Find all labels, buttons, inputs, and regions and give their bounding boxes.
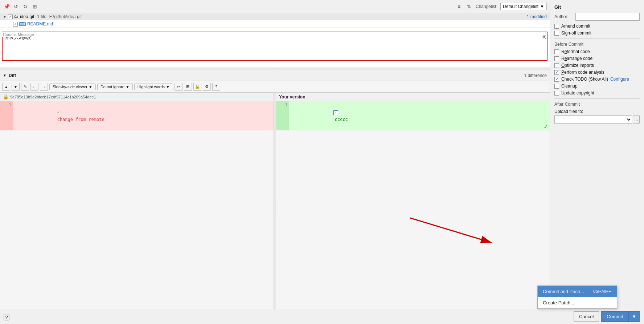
diff-count: 1 difference xyxy=(524,73,547,78)
prev-diff-btn[interactable]: ▲ xyxy=(2,83,10,91)
right-panel-label: Your version xyxy=(279,94,305,100)
left-panel: 📌 ↺ ↻ ⊞ ≡ ⇅ Changelist: Default Changeli… xyxy=(0,0,550,324)
toolbar: 📌 ↺ ↻ ⊞ ≡ ⇅ Changelist: Default Changeli… xyxy=(0,0,550,13)
collapse-unchanged-btn[interactable]: ⊞ xyxy=(184,83,192,91)
git-optimize-row: Optimize imports xyxy=(554,63,640,68)
commit-message-text[interactable]: 开发人2修改 xyxy=(5,34,545,41)
ignore-whitespace-btn[interactable]: Do not ignore ▼ xyxy=(97,84,133,90)
file-tree-file-row[interactable]: md README.md xyxy=(0,20,550,28)
git-perform-row: Perform code analysis xyxy=(554,70,640,75)
undo-icon[interactable]: ↺ xyxy=(12,3,20,10)
git-author-input[interactable] xyxy=(575,13,640,21)
git-perform-label[interactable]: Perform code analysis xyxy=(561,70,604,75)
diff-panel-right: Your version 1 ccccc ✓ xyxy=(276,93,550,324)
dropdown-item-create-patch[interactable]: Create Patch... xyxy=(538,297,617,308)
git-upload-select-row: ... xyxy=(554,116,640,123)
commit-message-box[interactable]: 开发人2修改 xyxy=(2,32,547,61)
side-by-side-chevron: ▼ xyxy=(89,85,93,89)
back-btn[interactable]: ← xyxy=(30,83,38,91)
git-amend-checkbox[interactable] xyxy=(554,24,559,29)
git-cleanup-checkbox[interactable] xyxy=(554,84,559,89)
git-perform-checkbox[interactable] xyxy=(554,70,559,75)
side-by-side-label: Side-by-side viewer xyxy=(53,85,87,89)
dropdown-item-create-patch-label: Create Patch... xyxy=(543,300,574,305)
lock-btn[interactable]: 🔒 xyxy=(193,83,201,91)
dropdown-item-commit-push[interactable]: Commit and Push... Ctrl+Alt+↵ xyxy=(538,286,617,297)
dropdown-item-commit-push-label: Commit and Push... xyxy=(543,289,584,294)
commit-button[interactable]: Commit xyxy=(601,311,628,322)
git-author-label: Author: xyxy=(554,14,573,19)
git-checktodo-label[interactable]: Check TODO (Show All) xyxy=(561,77,608,82)
pin-icon[interactable]: 📌 xyxy=(3,3,10,10)
git-reformat-label[interactable]: Reformat code xyxy=(561,49,590,54)
settings-btn[interactable]: ⚙ xyxy=(203,83,211,91)
check-icon-left: ✓ xyxy=(57,110,60,115)
grid-icon[interactable]: ⊞ xyxy=(31,3,38,10)
git-amend-label[interactable]: Amend commit xyxy=(561,24,590,29)
toolbar-right: ≡ ⇅ Changelist: Default Changelist ▼ xyxy=(455,3,547,10)
forward-btn[interactable]: → xyxy=(40,83,48,91)
file-tree: ▼ 🗂 idea-git 1 file F:\github\idea-git 1… xyxy=(0,13,550,28)
git-rearrange-checkbox[interactable] xyxy=(554,56,559,61)
git-optimize-label[interactable]: Optimize imports xyxy=(561,63,594,68)
next-diff-btn[interactable]: ▼ xyxy=(12,83,20,91)
repo-path: F:\github\idea-git xyxy=(49,14,82,19)
git-amend-row: Amend commit xyxy=(554,24,640,29)
lock-icon: 🔒 xyxy=(3,94,9,100)
git-signoff-label[interactable]: Sign-off commit xyxy=(561,31,591,36)
git-reformat-checkbox[interactable] xyxy=(554,49,559,54)
git-updatecopyright-label[interactable]: Update copyright xyxy=(561,90,594,96)
right-line-text: ccccc xyxy=(335,117,348,122)
changelist-value: Default Changelist xyxy=(503,4,538,9)
cancel-button[interactable]: Cancel xyxy=(574,311,599,322)
diff-header[interactable]: ▼ Diff 1 difference xyxy=(0,70,550,81)
git-rearrange-label[interactable]: Rearrange code xyxy=(561,56,592,61)
file-checkbox[interactable] xyxy=(13,22,18,27)
highlight-words-label: Highlight words xyxy=(138,85,165,89)
git-author-field: Author: xyxy=(554,13,640,21)
ignore-whitespace-chevron: ▼ xyxy=(126,85,130,89)
collapse-icon[interactable]: ⇅ xyxy=(465,3,473,10)
git-separator-1 xyxy=(554,39,640,39)
highlight-words-chevron: ▼ xyxy=(166,85,170,89)
diff-panel-left: 🔒 9e785e10b9e2bfccb17edf57114c1b269a54de… xyxy=(0,93,274,324)
diff-toolbar: ▲ ▼ ✎ ← → Side-by-side viewer ▼ Do not i… xyxy=(0,81,550,93)
commit-message-label: Commit Message xyxy=(2,32,35,37)
side-by-side-btn[interactable]: Side-by-side viewer ▼ xyxy=(49,84,96,90)
git-updatecopyright-checkbox[interactable] xyxy=(554,91,559,96)
git-optimize-checkbox[interactable] xyxy=(554,63,559,68)
git-upload-btn[interactable]: ... xyxy=(633,116,640,123)
changelist-chevron: ▼ xyxy=(540,4,544,9)
help-button[interactable]: ? xyxy=(3,314,10,321)
modified-badge: 1 modified xyxy=(527,14,547,19)
file-name: README.md xyxy=(27,21,53,27)
git-cleanup-row: Cleanup xyxy=(554,84,640,89)
sort-icon[interactable]: ≡ xyxy=(455,3,463,10)
git-after-commit-title: After Commit xyxy=(554,102,640,107)
diff-panel-right-header: Your version xyxy=(276,93,550,101)
git-checktodo-checkbox[interactable] xyxy=(554,77,559,82)
help-diff-btn[interactable]: ? xyxy=(212,83,220,91)
git-upload-row: Upload files to: xyxy=(554,109,640,114)
diff-panel-right-content: 1 ccccc ✓ xyxy=(276,101,550,324)
edit-diff-btn[interactable]: ✎ xyxy=(21,83,29,91)
commit-expand-icon[interactable]: ⇱ xyxy=(542,35,547,40)
diff-chevron: ▼ xyxy=(3,73,7,77)
root-checkbox[interactable] xyxy=(8,15,13,19)
right-line-checkbox[interactable] xyxy=(333,110,338,115)
git-configure-link[interactable]: Configure xyxy=(610,77,629,82)
redo-icon[interactable]: ↻ xyxy=(22,3,29,10)
git-signoff-checkbox[interactable] xyxy=(554,31,559,36)
commit-dropdown-arrow[interactable]: ▼ xyxy=(628,311,640,322)
git-before-commit-title: Before Commit xyxy=(554,42,640,47)
git-upload-select[interactable] xyxy=(554,116,632,123)
highlight-words-btn[interactable]: Highlight words ▼ xyxy=(134,84,173,90)
right-line-num: 1 xyxy=(276,101,289,130)
changelist-select[interactable]: Default Changelist ▼ xyxy=(500,3,547,10)
git-cleanup-label[interactable]: Cleanup xyxy=(561,84,578,89)
left-file-hash: 9e785e10b9e2bfccb17edf57114c1b269a54dee1 xyxy=(10,95,96,99)
file-tree-root-row[interactable]: ▼ 🗂 idea-git 1 file F:\github\idea-git 1… xyxy=(0,13,550,20)
sync-scroll-btn[interactable]: ⇔ xyxy=(175,83,182,91)
git-updatecopyright-row: Update copyright xyxy=(554,90,640,96)
left-line-num: 1 xyxy=(0,101,13,130)
